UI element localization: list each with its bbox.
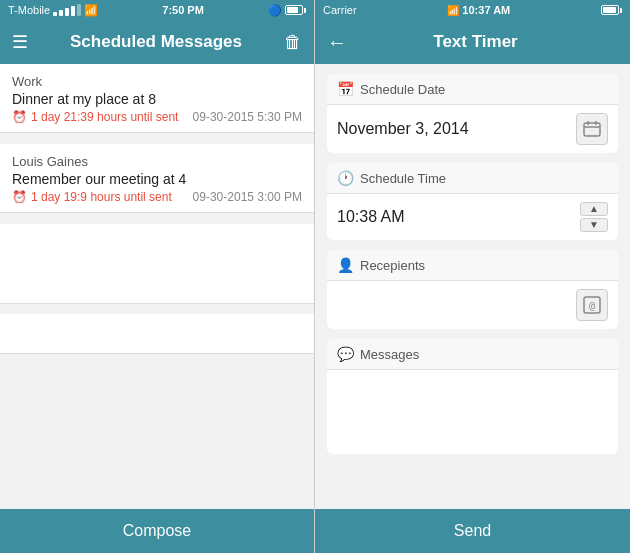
form-content: 📅 Schedule Date November 3, 2014 🕐 [315, 64, 630, 509]
schedule-date-field[interactable]: November 3, 2014 [327, 105, 618, 153]
message-group-1: Louis Gaines [12, 154, 302, 169]
message-date-0: 09-30-2015 5:30 PM [193, 110, 302, 124]
time-decrement-button[interactable]: ▼ [580, 218, 608, 232]
message-row-1: ⏰ 1 day 19:9 hours until sent 09-30-2015… [12, 190, 302, 204]
nav-bar-right: ← Text Timer [315, 20, 630, 64]
clock-form-icon: 🕐 [337, 170, 354, 186]
bluetooth-icon: 🔵 [268, 4, 282, 17]
status-bar-right: Carrier 📶 10:37 AM [315, 0, 630, 20]
timer-text-0: 1 day 21:39 hours until sent [31, 110, 178, 124]
battery-icon-left [285, 5, 306, 15]
time-left: 7:50 PM [162, 4, 204, 16]
chat-icon: 💬 [337, 346, 354, 362]
status-left-group: T-Mobile 📶 [8, 4, 98, 17]
message-row-0: ⏰ 1 day 21:39 hours until sent 09-30-201… [12, 110, 302, 124]
schedule-time-label: Schedule Time [360, 171, 446, 186]
schedule-date-label: Schedule Date [360, 82, 445, 97]
signal-icon [53, 4, 81, 16]
carrier-left: T-Mobile [8, 4, 50, 16]
send-button[interactable]: Send [454, 522, 491, 540]
message-timer-0: ⏰ 1 day 21:39 hours until sent [12, 110, 178, 124]
right-panel: Carrier 📶 10:37 AM ← Text Timer 📅 Schedu… [315, 0, 630, 553]
recipients-label: Recepients [360, 258, 425, 273]
schedule-time-value: 10:38 AM [337, 208, 580, 226]
clock-icon-0: ⏰ [12, 110, 27, 124]
message-date-1: 09-30-2015 3:00 PM [193, 190, 302, 204]
message-list: Work Dinner at my place at 8 ⏰ 1 day 21:… [0, 64, 314, 509]
left-nav-title: Scheduled Messages [70, 32, 242, 52]
status-center-right: 📶 10:37 AM [447, 4, 510, 16]
schedule-date-section: 📅 Schedule Date November 3, 2014 [327, 74, 618, 153]
person-icon: 👤 [337, 257, 354, 273]
send-bar: Send [315, 509, 630, 553]
timer-text-1: 1 day 19:9 hours until sent [31, 190, 172, 204]
compose-bar: Compose [0, 509, 314, 553]
svg-rect-0 [584, 123, 600, 136]
compose-button[interactable]: Compose [123, 522, 191, 540]
battery-icon-right [601, 5, 622, 15]
time-right: 10:37 AM [462, 4, 510, 16]
messages-textarea[interactable] [327, 370, 618, 450]
message-text-1: Remember our meeting at 4 [12, 171, 302, 187]
nav-bar-left: ☰ Scheduled Messages 🗑 [0, 20, 314, 64]
recipients-section: 👤 Recepients @ [327, 250, 618, 329]
schedule-date-value: November 3, 2014 [337, 120, 576, 138]
wifi-icon-right: 📶 [447, 5, 459, 16]
status-bar-left: T-Mobile 📶 7:50 PM 🔵 [0, 0, 314, 20]
schedule-date-header: 📅 Schedule Date [327, 74, 618, 105]
clock-icon-1: ⏰ [12, 190, 27, 204]
wifi-icon: 📶 [84, 4, 98, 17]
left-panel: T-Mobile 📶 7:50 PM 🔵 ☰ Scheduled Message… [0, 0, 315, 553]
message-text-0: Dinner at my place at 8 [12, 91, 302, 107]
calendar-icon: 📅 [337, 81, 354, 97]
time-increment-button[interactable]: ▲ [580, 202, 608, 216]
schedule-time-header: 🕐 Schedule Time [327, 163, 618, 194]
messages-label: Messages [360, 347, 419, 362]
message-group-0: Work [12, 74, 302, 89]
back-arrow-icon[interactable]: ← [327, 31, 347, 54]
schedule-time-field[interactable]: 10:38 AM ▲ ▼ [327, 194, 618, 240]
contacts-picker-button[interactable]: @ [576, 289, 608, 321]
messages-header: 💬 Messages [327, 339, 618, 370]
schedule-time-section: 🕐 Schedule Time 10:38 AM ▲ ▼ [327, 163, 618, 240]
message-item-1[interactable]: Louis Gaines Remember our meeting at 4 ⏰… [0, 144, 314, 213]
messages-section: 💬 Messages [327, 339, 618, 454]
recipients-field[interactable]: @ [327, 281, 618, 329]
right-nav-title: Text Timer [357, 32, 594, 52]
time-stepper: ▲ ▼ [580, 202, 608, 232]
trash-icon[interactable]: 🗑 [284, 32, 302, 53]
carrier-right: Carrier [323, 4, 357, 16]
hamburger-icon[interactable]: ☰ [12, 31, 28, 53]
calendar-picker-button[interactable] [576, 113, 608, 145]
recipients-input[interactable] [337, 293, 576, 317]
message-timer-1: ⏰ 1 day 19:9 hours until sent [12, 190, 172, 204]
recipients-header: 👤 Recepients [327, 250, 618, 281]
svg-text:@: @ [589, 300, 595, 311]
battery-group-left: 🔵 [268, 4, 306, 17]
message-item-0[interactable]: Work Dinner at my place at 8 ⏰ 1 day 21:… [0, 64, 314, 133]
